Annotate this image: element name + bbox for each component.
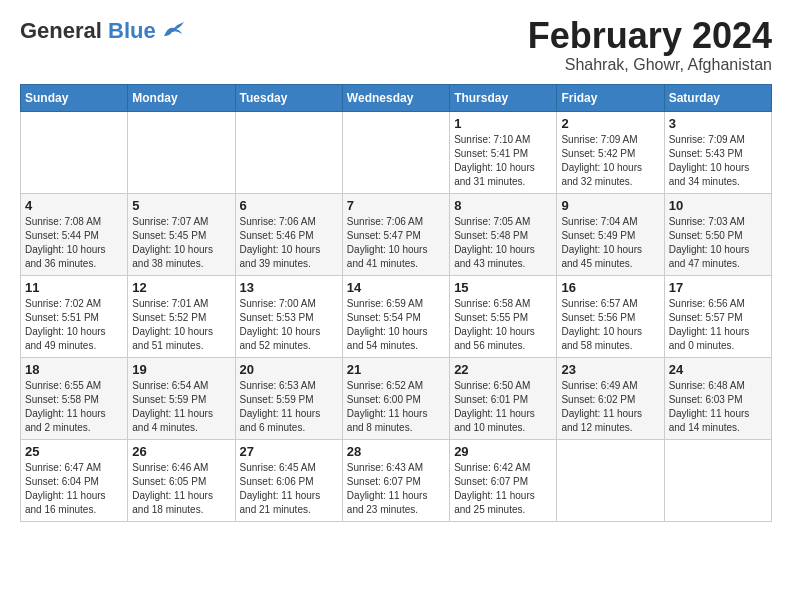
weekday-header-sunday: Sunday [21, 84, 128, 111]
calendar-cell: 13Sunrise: 7:00 AMSunset: 5:53 PMDayligh… [235, 275, 342, 357]
day-number: 1 [454, 116, 552, 131]
day-info: Sunrise: 6:57 AMSunset: 5:56 PMDaylight:… [561, 297, 659, 353]
day-info: Sunrise: 6:46 AMSunset: 6:05 PMDaylight:… [132, 461, 230, 517]
calendar-cell: 2Sunrise: 7:09 AMSunset: 5:42 PMDaylight… [557, 111, 664, 193]
calendar-cell: 20Sunrise: 6:53 AMSunset: 5:59 PMDayligh… [235, 357, 342, 439]
weekday-header-friday: Friday [557, 84, 664, 111]
calendar-cell: 1Sunrise: 7:10 AMSunset: 5:41 PMDaylight… [450, 111, 557, 193]
day-number: 10 [669, 198, 767, 213]
weekday-header-thursday: Thursday [450, 84, 557, 111]
calendar-week-row: 25Sunrise: 6:47 AMSunset: 6:04 PMDayligh… [21, 439, 772, 521]
calendar-cell: 5Sunrise: 7:07 AMSunset: 5:45 PMDaylight… [128, 193, 235, 275]
calendar-header: SundayMondayTuesdayWednesdayThursdayFrid… [21, 84, 772, 111]
day-number: 15 [454, 280, 552, 295]
day-info: Sunrise: 6:43 AMSunset: 6:07 PMDaylight:… [347, 461, 445, 517]
calendar-cell [235, 111, 342, 193]
calendar-cell: 16Sunrise: 6:57 AMSunset: 5:56 PMDayligh… [557, 275, 664, 357]
day-info: Sunrise: 6:45 AMSunset: 6:06 PMDaylight:… [240, 461, 338, 517]
calendar-cell: 12Sunrise: 7:01 AMSunset: 5:52 PMDayligh… [128, 275, 235, 357]
calendar-cell: 22Sunrise: 6:50 AMSunset: 6:01 PMDayligh… [450, 357, 557, 439]
day-number: 26 [132, 444, 230, 459]
calendar-cell [21, 111, 128, 193]
calendar-cell: 7Sunrise: 7:06 AMSunset: 5:47 PMDaylight… [342, 193, 449, 275]
logo-general: General [20, 18, 102, 43]
day-info: Sunrise: 6:55 AMSunset: 5:58 PMDaylight:… [25, 379, 123, 435]
weekday-header-monday: Monday [128, 84, 235, 111]
day-number: 11 [25, 280, 123, 295]
weekday-header-saturday: Saturday [664, 84, 771, 111]
day-number: 17 [669, 280, 767, 295]
day-number: 13 [240, 280, 338, 295]
calendar-week-row: 18Sunrise: 6:55 AMSunset: 5:58 PMDayligh… [21, 357, 772, 439]
day-info: Sunrise: 6:42 AMSunset: 6:07 PMDaylight:… [454, 461, 552, 517]
weekday-header-wednesday: Wednesday [342, 84, 449, 111]
day-info: Sunrise: 6:56 AMSunset: 5:57 PMDaylight:… [669, 297, 767, 353]
day-info: Sunrise: 7:08 AMSunset: 5:44 PMDaylight:… [25, 215, 123, 271]
day-number: 28 [347, 444, 445, 459]
calendar-week-row: 4Sunrise: 7:08 AMSunset: 5:44 PMDaylight… [21, 193, 772, 275]
calendar-week-row: 11Sunrise: 7:02 AMSunset: 5:51 PMDayligh… [21, 275, 772, 357]
day-number: 2 [561, 116, 659, 131]
calendar-cell [557, 439, 664, 521]
calendar-cell: 8Sunrise: 7:05 AMSunset: 5:48 PMDaylight… [450, 193, 557, 275]
day-info: Sunrise: 7:05 AMSunset: 5:48 PMDaylight:… [454, 215, 552, 271]
day-info: Sunrise: 6:52 AMSunset: 6:00 PMDaylight:… [347, 379, 445, 435]
day-info: Sunrise: 7:04 AMSunset: 5:49 PMDaylight:… [561, 215, 659, 271]
calendar-cell: 18Sunrise: 6:55 AMSunset: 5:58 PMDayligh… [21, 357, 128, 439]
calendar-cell: 26Sunrise: 6:46 AMSunset: 6:05 PMDayligh… [128, 439, 235, 521]
day-number: 24 [669, 362, 767, 377]
day-info: Sunrise: 7:03 AMSunset: 5:50 PMDaylight:… [669, 215, 767, 271]
day-info: Sunrise: 7:06 AMSunset: 5:46 PMDaylight:… [240, 215, 338, 271]
day-number: 14 [347, 280, 445, 295]
calendar-cell: 21Sunrise: 6:52 AMSunset: 6:00 PMDayligh… [342, 357, 449, 439]
calendar-cell [342, 111, 449, 193]
page-subtitle: Shahrak, Ghowr, Afghanistan [528, 56, 772, 74]
day-number: 5 [132, 198, 230, 213]
calendar-cell: 23Sunrise: 6:49 AMSunset: 6:02 PMDayligh… [557, 357, 664, 439]
day-number: 23 [561, 362, 659, 377]
day-info: Sunrise: 6:59 AMSunset: 5:54 PMDaylight:… [347, 297, 445, 353]
title-block: February 2024 Shahrak, Ghowr, Afghanista… [528, 16, 772, 74]
day-info: Sunrise: 7:00 AMSunset: 5:53 PMDaylight:… [240, 297, 338, 353]
day-number: 3 [669, 116, 767, 131]
day-number: 27 [240, 444, 338, 459]
calendar-cell: 17Sunrise: 6:56 AMSunset: 5:57 PMDayligh… [664, 275, 771, 357]
day-number: 19 [132, 362, 230, 377]
calendar-cell: 9Sunrise: 7:04 AMSunset: 5:49 PMDaylight… [557, 193, 664, 275]
page-title: February 2024 [528, 16, 772, 56]
day-number: 16 [561, 280, 659, 295]
calendar-cell: 14Sunrise: 6:59 AMSunset: 5:54 PMDayligh… [342, 275, 449, 357]
day-info: Sunrise: 6:47 AMSunset: 6:04 PMDaylight:… [25, 461, 123, 517]
day-number: 6 [240, 198, 338, 213]
calendar-cell: 3Sunrise: 7:09 AMSunset: 5:43 PMDaylight… [664, 111, 771, 193]
calendar-cell: 19Sunrise: 6:54 AMSunset: 5:59 PMDayligh… [128, 357, 235, 439]
day-number: 8 [454, 198, 552, 213]
calendar-cell: 6Sunrise: 7:06 AMSunset: 5:46 PMDaylight… [235, 193, 342, 275]
day-info: Sunrise: 6:53 AMSunset: 5:59 PMDaylight:… [240, 379, 338, 435]
logo: General Blue [20, 20, 188, 42]
day-number: 25 [25, 444, 123, 459]
day-info: Sunrise: 7:09 AMSunset: 5:42 PMDaylight:… [561, 133, 659, 189]
calendar-cell [128, 111, 235, 193]
calendar-cell: 4Sunrise: 7:08 AMSunset: 5:44 PMDaylight… [21, 193, 128, 275]
calendar-cell: 24Sunrise: 6:48 AMSunset: 6:03 PMDayligh… [664, 357, 771, 439]
day-info: Sunrise: 6:54 AMSunset: 5:59 PMDaylight:… [132, 379, 230, 435]
logo-blue: Blue [108, 18, 156, 43]
day-info: Sunrise: 7:06 AMSunset: 5:47 PMDaylight:… [347, 215, 445, 271]
day-info: Sunrise: 7:09 AMSunset: 5:43 PMDaylight:… [669, 133, 767, 189]
page-header: General Blue February 2024 Shahrak, Ghow… [20, 16, 772, 74]
day-number: 22 [454, 362, 552, 377]
calendar-cell: 28Sunrise: 6:43 AMSunset: 6:07 PMDayligh… [342, 439, 449, 521]
day-number: 20 [240, 362, 338, 377]
day-number: 29 [454, 444, 552, 459]
day-number: 4 [25, 198, 123, 213]
calendar-week-row: 1Sunrise: 7:10 AMSunset: 5:41 PMDaylight… [21, 111, 772, 193]
day-info: Sunrise: 7:10 AMSunset: 5:41 PMDaylight:… [454, 133, 552, 189]
day-info: Sunrise: 6:49 AMSunset: 6:02 PMDaylight:… [561, 379, 659, 435]
day-info: Sunrise: 6:48 AMSunset: 6:03 PMDaylight:… [669, 379, 767, 435]
calendar-cell: 29Sunrise: 6:42 AMSunset: 6:07 PMDayligh… [450, 439, 557, 521]
day-info: Sunrise: 6:50 AMSunset: 6:01 PMDaylight:… [454, 379, 552, 435]
weekday-header-row: SundayMondayTuesdayWednesdayThursdayFrid… [21, 84, 772, 111]
calendar-cell: 27Sunrise: 6:45 AMSunset: 6:06 PMDayligh… [235, 439, 342, 521]
day-info: Sunrise: 7:02 AMSunset: 5:51 PMDaylight:… [25, 297, 123, 353]
